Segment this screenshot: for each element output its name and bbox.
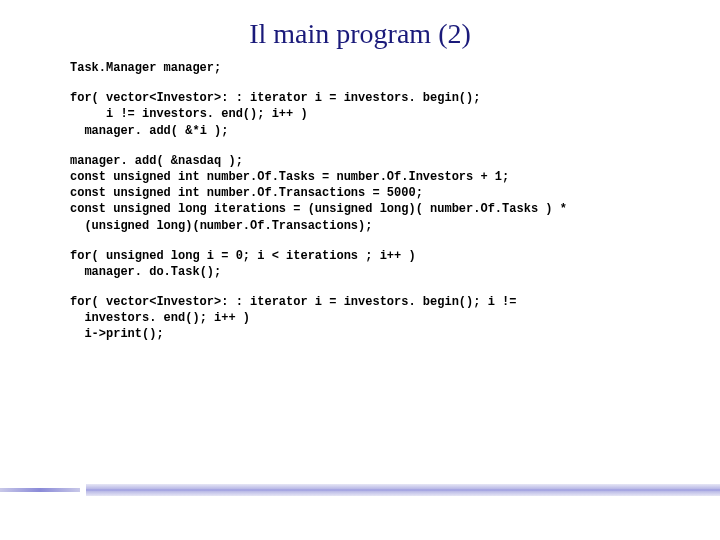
slide: Il main program (2) Task.Manager manager… [0,0,720,540]
code-block-1: Task.Manager manager; [70,60,650,76]
slide-title: Il main program (2) [0,0,720,60]
code-block-2: for( vector<Investor>: : iterator i = in… [70,90,650,139]
slide-content: Task.Manager manager; for( vector<Invest… [0,60,720,343]
footer-divider [0,484,720,496]
footer-bar-main [86,484,720,496]
footer-bar-left [0,488,80,492]
code-block-5: for( vector<Investor>: : iterator i = in… [70,294,650,343]
code-block-3: manager. add( &nasdaq ); const unsigned … [70,153,650,234]
code-block-4: for( unsigned long i = 0; i < iterations… [70,248,650,280]
